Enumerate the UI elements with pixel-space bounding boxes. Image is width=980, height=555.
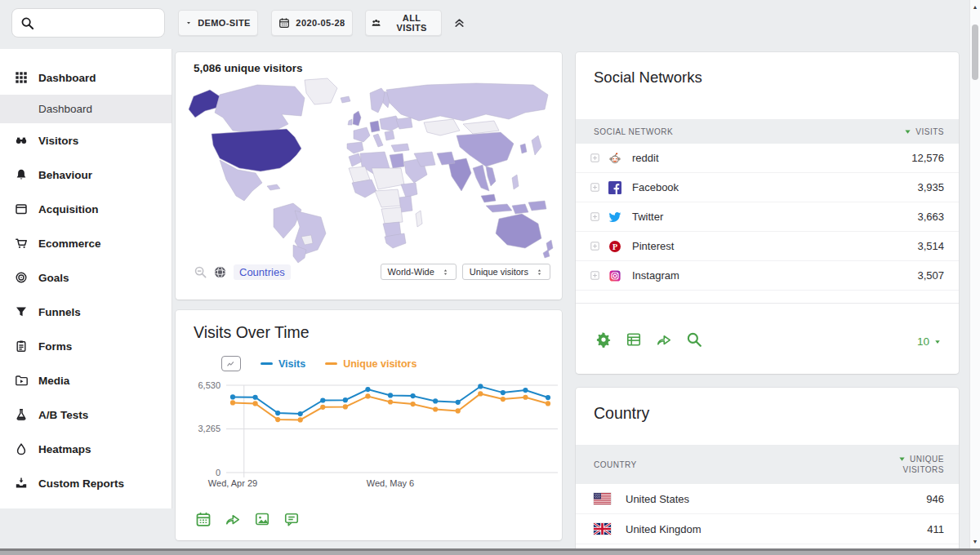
scroll-down-arrow[interactable]: ▼: [970, 539, 980, 544]
sidebar-item-a-b-tests[interactable]: A/B Tests: [0, 397, 172, 432]
droplet-icon: [15, 442, 28, 455]
analytics-dashboard-screen: DEMO-SITE 2020-05-28 ALL VISITS Dashboar…: [0, 0, 980, 555]
region-select-value: World-Wide: [388, 267, 434, 277]
legend-swatch: [261, 362, 273, 365]
expand-row-icon[interactable]: [590, 182, 600, 193]
search-icon[interactable]: [686, 331, 702, 348]
search-input[interactable]: [41, 16, 156, 30]
flag-us-icon: [594, 493, 611, 504]
social-network-row[interactable]: Instagram3,507: [576, 261, 959, 291]
sidebar-item-label: Heatmaps: [38, 443, 91, 455]
expand-row-icon[interactable]: [590, 211, 600, 222]
expand-row-icon[interactable]: [590, 270, 600, 281]
sidebar-item-label: Forms: [38, 340, 72, 353]
visits-value: 12,576: [911, 152, 944, 164]
sidebar-item-label: Visitors: [38, 135, 78, 147]
social-table-header: SOCIAL NETWORK VISITS: [576, 119, 959, 144]
social-network-row[interactable]: PPinterest3,514: [576, 232, 959, 261]
expand-row-icon[interactable]: [590, 241, 600, 251]
country-name: United Kingdom: [626, 523, 702, 535]
sort-desc-icon: [904, 128, 911, 135]
column-header-unique-visitors[interactable]: UNIQUE VISITORS: [898, 455, 944, 474]
sidebar-item-behaviour[interactable]: Behaviour: [0, 158, 172, 192]
svg-text:P: P: [612, 242, 617, 251]
row-limit-select[interactable]: 10: [917, 335, 941, 348]
segment-selector-button[interactable]: ALL VISITS: [365, 10, 442, 36]
visits-value: 3,514: [917, 240, 944, 252]
topbar: DEMO-SITE 2020-05-28 ALL VISITS: [0, 0, 980, 46]
binoculars-icon: [15, 134, 28, 147]
updown-icon: [442, 268, 449, 277]
table-divider: [576, 303, 959, 304]
pinterest-icon: P: [608, 240, 621, 253]
image-icon[interactable]: [254, 511, 270, 527]
country-table-header: COUNTRY UNIQUE VISITORS: [576, 445, 959, 484]
window-icon: [15, 202, 28, 215]
zoom-out-icon[interactable]: [194, 265, 207, 279]
annotations-icon[interactable]: [283, 511, 300, 527]
legend-item-unique-visitors[interactable]: Unique visitors: [325, 358, 416, 370]
column-header-country[interactable]: COUNTRY: [594, 460, 637, 469]
facebook-icon: [608, 181, 621, 194]
sidebar: DashboardDashboardVisitorsBehaviourAcqui…: [0, 49, 172, 508]
site-selector-button[interactable]: DEMO-SITE: [178, 10, 258, 36]
search-icon: [20, 16, 34, 30]
sort-desc-icon: [898, 455, 906, 463]
segment-label: ALL VISITS: [387, 13, 436, 33]
visits-value: 3,507: [917, 269, 944, 282]
region-select[interactable]: World-Wide: [381, 264, 457, 280]
expand-row-icon[interactable]: [590, 153, 600, 163]
calendar-icon[interactable]: [195, 511, 212, 527]
social-network-name: Facebook: [632, 181, 679, 193]
sidebar-item-custom-reports[interactable]: Custom Reports: [0, 466, 172, 500]
export-icon[interactable]: [225, 511, 241, 527]
sidebar-item-label: Ecommerce: [38, 238, 101, 250]
social-network-row[interactable]: Facebook3,935: [576, 173, 959, 202]
chart-footer-icons: [195, 511, 300, 527]
sidebar-item-ecommerce[interactable]: Ecommerce: [0, 226, 172, 260]
sidebar-item-funnels[interactable]: Funnels: [0, 295, 172, 329]
sidebar-item-goals[interactable]: Goals: [0, 260, 172, 295]
globe-icon[interactable]: [213, 265, 227, 279]
scrollbar-thumb[interactable]: [972, 24, 978, 80]
search-box[interactable]: [11, 8, 165, 38]
column-header-visits[interactable]: VISITS: [904, 127, 944, 136]
date-picker-button[interactable]: 2020-05-28: [271, 10, 353, 36]
sidebar-item-heatmaps[interactable]: Heatmaps: [0, 432, 172, 466]
gear-icon[interactable]: [595, 331, 612, 348]
reddit-icon: [608, 152, 621, 165]
unique-header-line2: VISITORS: [903, 465, 945, 474]
column-header-social-network[interactable]: SOCIAL NETWORK: [594, 127, 673, 136]
world-map-svg[interactable]: [182, 77, 555, 264]
metric-select[interactable]: Unique visitors: [462, 264, 550, 280]
collapse-topbar-icon[interactable]: [453, 16, 466, 29]
social-networks-widget: Social Networks SOCIAL NETWORK VISITS re…: [576, 52, 959, 374]
sidebar-item-label: Dashboard: [38, 72, 96, 84]
scroll-up-arrow[interactable]: ▲: [970, 4, 980, 10]
sidebar-item-forms[interactable]: Forms: [0, 329, 172, 363]
vertical-scrollbar[interactable]: ▲ ▼: [969, 0, 980, 548]
map-widget-title: 5,086 unique visitors: [194, 62, 303, 74]
chart-type-icon[interactable]: [221, 356, 241, 371]
legend-item-visits[interactable]: Visits: [261, 358, 305, 370]
sidebar-item-media[interactable]: Media: [0, 363, 172, 397]
grid-icon: [15, 71, 28, 84]
sidebar-item-label: Funnels: [38, 306, 81, 318]
map-footer: Countries World-Wide Unique visitors: [194, 261, 550, 282]
social-network-row[interactable]: Twitter3,663: [576, 202, 959, 232]
countries-link[interactable]: Countries: [234, 264, 291, 280]
social-network-row[interactable]: reddit12,576: [576, 144, 959, 173]
updown-icon: [536, 268, 543, 277]
table-icon[interactable]: [626, 331, 642, 348]
country-row[interactable]: United States946: [576, 484, 959, 514]
instagram-icon: [608, 269, 621, 282]
legend-label: Unique visitors: [343, 358, 416, 370]
sidebar-item-visitors[interactable]: Visitors: [0, 123, 172, 158]
export-icon[interactable]: [656, 331, 672, 348]
sidebar-subitem-dashboard[interactable]: Dashboard: [0, 95, 172, 123]
social-network-name: Pinterest: [632, 240, 674, 252]
country-row[interactable]: United Kingdom411: [576, 514, 959, 544]
sidebar-item-dashboard[interactable]: Dashboard: [0, 60, 172, 95]
sidebar-item-acquisition[interactable]: Acquisition: [0, 192, 172, 226]
country-widget-title: Country: [594, 404, 649, 423]
